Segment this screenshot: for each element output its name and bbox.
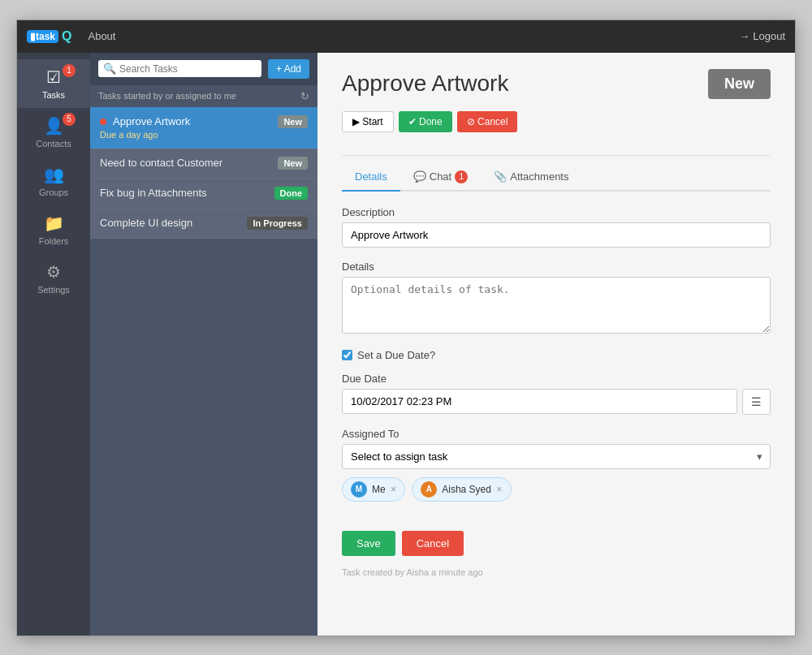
tab-details-label: Details [355,170,387,183]
tab-chat-label: Chat [430,170,451,183]
task-list: Approve Artwork New Due a day ago Need t… [90,107,317,636]
description-group: Description [342,206,771,248]
assigned-name-aisha: Aisha Syed [442,484,491,495]
logout-button[interactable]: → Logout [739,30,785,42]
cancel-button[interactable]: Cancel [402,531,464,556]
tab-details[interactable]: Details [342,164,400,192]
contacts-label: Contacts [36,139,71,149]
details-textarea[interactable] [342,277,771,334]
sidebar-item-folders[interactable]: 📁 Folders [17,205,90,254]
calendar-button[interactable]: ☰ [742,389,771,415]
tab-attachments-label: Attachments [510,170,568,183]
tab-attachments[interactable]: 📎 Attachments [481,164,581,192]
assigned-to-label: Assigned To [342,428,771,440]
task-header: Approve Artwork New [342,69,771,99]
contacts-icon: 👤 [44,116,64,136]
about-link[interactable]: About [88,30,115,42]
red-dot-icon [100,119,106,125]
details-group: Details [342,261,771,336]
due-date-row: ☰ [342,389,771,415]
task-item-title: Approve Artwork [113,115,190,127]
sidebar-item-groups[interactable]: 👥 Groups [17,157,90,205]
groups-icon: 👥 [44,165,64,184]
due-date-checkbox-row: Set a Due Date? [342,349,771,361]
add-task-button[interactable]: + Add [268,59,309,79]
description-input[interactable] [342,222,771,248]
action-buttons: ▶ Start ✔ Done ⊘ Cancel [342,111,771,132]
settings-icon: ⚙ [46,262,61,282]
description-label: Description [342,206,771,218]
top-bar: ▮taskQ About → Logout [17,20,795,53]
assigned-to-select-wrapper: Select to assign task [342,444,771,469]
assigned-to-select[interactable]: Select to assign task [342,444,771,469]
assigned-avatar-me: M [351,481,367,498]
cancel-task-button[interactable]: ⊘ Cancel [457,111,518,132]
due-date-group: Due Date ☰ [342,373,771,415]
task-item-time: Due a day ago [100,130,308,140]
due-date-label: Due Date [342,373,771,385]
task-title: Approve Artwork [342,71,508,97]
search-icon: 🔍 [103,62,116,75]
app-container: ▮taskQ About → Logout 1 ☑ Tasks 5 👤 Cont… [16,19,796,636]
folders-label: Folders [39,236,69,246]
sidebar-item-tasks[interactable]: 1 ☑ Tasks [17,59,90,108]
tasks-badge: 1 [63,64,76,77]
assigned-tags: M Me × A Aisha Syed × [342,477,771,502]
form-actions: Save Cancel [342,531,771,556]
section-divider [342,155,771,156]
calendar-icon: ☰ [751,395,762,408]
tasks-icon: ☑ [46,67,61,87]
task-item[interactable]: Complete UI design In Progress [90,209,317,239]
chat-badge: 1 [455,170,468,183]
task-status-badge: In Progress [247,217,308,230]
task-panel-header: 🔍 + Add [90,53,317,85]
groups-label: Groups [39,187,68,197]
folders-icon: 📁 [44,213,64,233]
task-item[interactable]: Approve Artwork New Due a day ago [90,107,317,149]
assigned-to-group: Assigned To Select to assign task M Me ×… [342,428,771,502]
done-button[interactable]: ✔ Done [399,111,452,132]
details-label: Details [342,261,771,273]
main-layout: 1 ☑ Tasks 5 👤 Contacts 👥 Groups 📁 Folder… [17,53,795,636]
task-item-title: Fix bug in Attachments [100,187,207,199]
task-footer-text: Task created by Aisha a minute ago [342,567,771,577]
task-status-badge: Done [274,187,309,200]
due-date-input[interactable] [342,389,737,414]
logo-icon: ▮task [27,30,58,43]
assigned-tag-me: M Me × [342,477,405,502]
task-item[interactable]: Need to contact Customer New [90,149,317,179]
logout-icon: → [739,30,749,42]
tabs: Details 💬 Chat 1 📎 Attachments [342,164,771,192]
attachments-icon: 📎 [494,170,507,183]
subheader-text: Tasks started by or assigned to me [98,91,236,101]
contacts-badge: 5 [63,113,76,126]
assigned-avatar-aisha: A [421,481,437,498]
save-button[interactable]: Save [342,531,395,556]
task-panel-subheader: Tasks started by or assigned to me ↻ [90,85,317,107]
logo-q: Q [62,29,71,44]
task-item[interactable]: Fix bug in Attachments Done [90,179,317,209]
remove-assigned-aisha-button[interactable]: × [496,483,503,495]
app-logo: ▮taskQ [27,29,71,44]
task-status-badge: New [278,157,308,170]
search-input[interactable] [119,63,257,75]
task-item-title: Need to contact Customer [100,157,222,169]
refresh-icon[interactable]: ↻ [300,90,309,102]
sidebar-item-contacts[interactable]: 5 👤 Contacts [17,108,90,157]
task-panel: 🔍 + Add Tasks started by or assigned to … [90,53,317,636]
search-box: 🔍 [98,60,261,77]
tasks-label: Tasks [42,90,65,100]
status-badge: New [708,69,771,99]
assigned-name-me: Me [372,484,386,495]
set-due-date-checkbox[interactable] [342,350,352,360]
content-area: Approve Artwork New ▶ Start ✔ Done ⊘ Can… [317,53,795,636]
settings-label: Settings [37,285,70,295]
start-button[interactable]: ▶ Start [342,111,394,132]
task-status-badge: New [278,115,308,128]
logout-label: Logout [753,30,785,42]
tab-chat[interactable]: 💬 Chat 1 [400,164,481,192]
sidebar-item-settings[interactable]: ⚙ Settings [17,254,90,303]
remove-assigned-me-button[interactable]: × [391,483,397,495]
set-due-date-label: Set a Due Date? [357,349,435,361]
chat-icon: 💬 [413,170,426,183]
